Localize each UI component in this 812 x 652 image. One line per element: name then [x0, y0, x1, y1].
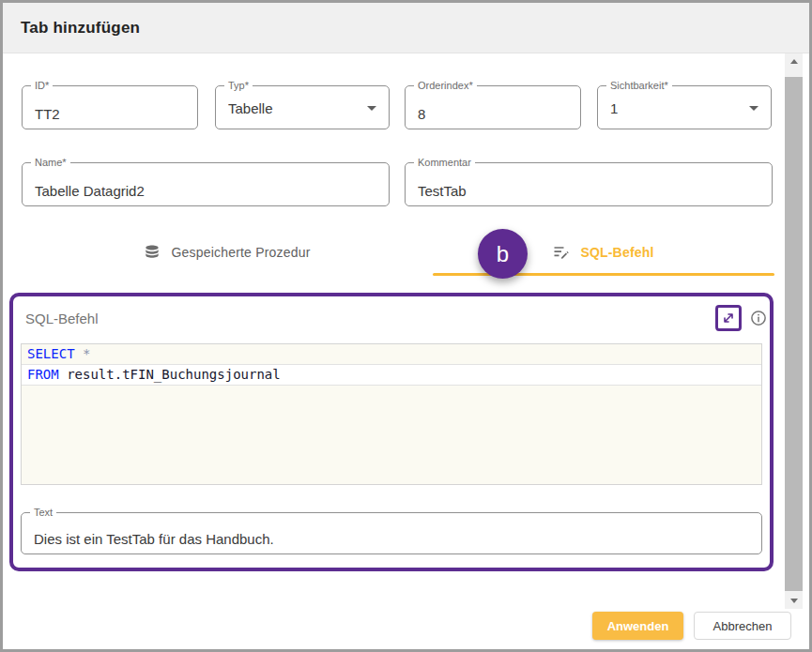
sql-code-editor[interactable]: SELECT * FROM result.tFIN_Buchungsjourna… — [21, 343, 762, 485]
tab-label: Gespeicherte Prozedur — [171, 245, 310, 260]
kommentar-input[interactable] — [406, 163, 772, 205]
sichtbarkeit-field-label: Sichtbarkeit* — [606, 80, 672, 92]
expand-button[interactable] — [715, 305, 742, 331]
typ-field[interactable]: Typ* Tabelle — [215, 85, 390, 129]
name-input[interactable] — [23, 163, 389, 205]
sql-code-line: SELECT * — [22, 344, 761, 364]
id-field[interactable]: ID* — [22, 85, 198, 129]
sql-keyword: SELECT — [27, 346, 75, 361]
orderindex-input[interactable] — [406, 86, 580, 129]
sql-command-panel: SQL-Befehl SELECT * FROM result.tFIN_Buc… — [9, 293, 774, 571]
info-icon[interactable] — [750, 310, 767, 326]
chevron-down-icon[interactable] — [367, 106, 376, 111]
edit-list-icon — [552, 243, 571, 262]
cancel-button[interactable]: Abbrechen — [694, 612, 791, 640]
database-icon — [143, 243, 161, 262]
scroll-up-arrow-icon[interactable] — [785, 53, 803, 69]
sql-token: result.tFIN_Buchungsjournal — [59, 367, 281, 382]
typ-select-value[interactable]: Tabelle — [228, 100, 360, 116]
annotation-badge-b: b — [478, 229, 528, 279]
sichtbarkeit-select-value[interactable]: 1 — [610, 100, 743, 116]
vertical-scrollbar[interactable] — [785, 53, 803, 609]
sql-panel-heading: SQL-Befehl — [25, 311, 99, 326]
sichtbarkeit-field[interactable]: Sichtbarkeit* 1 — [597, 85, 772, 129]
sql-keyword: FROM — [27, 367, 59, 382]
name-field[interactable]: Name* — [22, 162, 390, 206]
chevron-down-icon[interactable] — [749, 106, 758, 111]
scroll-down-arrow-icon[interactable] — [785, 593, 803, 609]
dialog-title: Tab hinzufügen — [21, 19, 140, 38]
dialog-header: Tab hinzufügen — [3, 3, 809, 53]
tab-gespeicherte-prozedur[interactable]: Gespeicherte Prozedur — [22, 231, 432, 274]
scrollbar-thumb[interactable] — [785, 77, 803, 591]
text-input[interactable] — [22, 513, 761, 553]
orderindex-field[interactable]: Orderindex* — [405, 85, 581, 129]
id-input[interactable] — [23, 86, 197, 129]
active-tab-underline — [433, 273, 774, 276]
expand-icon — [721, 311, 736, 326]
apply-button[interactable]: Anwenden — [592, 612, 683, 640]
sql-token: * — [75, 346, 91, 361]
tab-label: SQL-Befehl — [580, 245, 653, 260]
add-tab-dialog: Tab hinzufügen ID* Typ* Tabelle Orderind… — [0, 0, 812, 652]
kommentar-field[interactable]: Kommentar — [405, 162, 773, 206]
sql-code-line-current: FROM result.tFIN_Buchungsjournal — [22, 364, 761, 386]
typ-field-label: Typ* — [224, 80, 253, 92]
text-field[interactable]: Text — [21, 512, 762, 554]
